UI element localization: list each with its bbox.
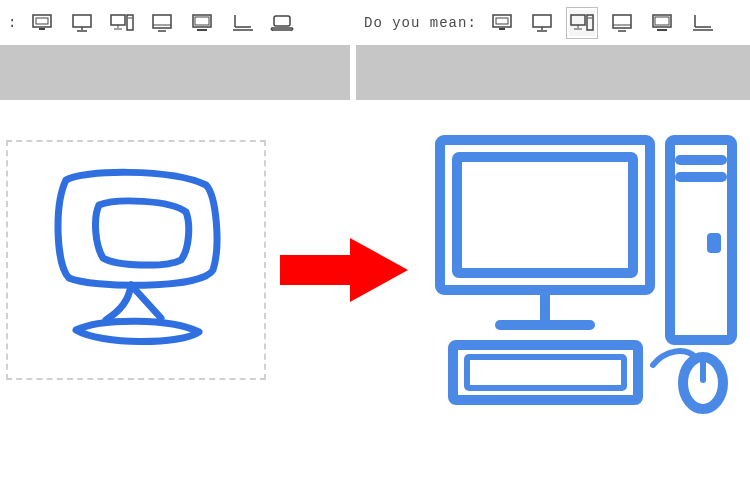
suggestion-icon-row-right bbox=[489, 10, 715, 36]
suggestion-icon-row-left bbox=[29, 10, 295, 36]
user-sketch-monitor-icon bbox=[21, 150, 251, 370]
svg-rect-2 bbox=[39, 28, 45, 30]
svg-rect-20 bbox=[274, 16, 290, 26]
prompt-label-right: Do you mean: bbox=[364, 15, 477, 31]
monitor-flat-icon[interactable] bbox=[529, 10, 555, 36]
svg-rect-15 bbox=[195, 17, 209, 25]
suggestion-toolbar-right: Do you mean: bbox=[356, 0, 750, 45]
monitor-flat-icon[interactable] bbox=[69, 10, 95, 36]
desktop-tower-icon[interactable] bbox=[569, 10, 595, 36]
monitor-crt-icon[interactable] bbox=[29, 10, 55, 36]
svg-rect-48 bbox=[670, 140, 732, 340]
monitor-outline-icon[interactable] bbox=[149, 10, 175, 36]
svg-marker-41 bbox=[280, 238, 408, 302]
toolbar-gray-strip-right bbox=[356, 45, 750, 100]
svg-rect-1 bbox=[36, 18, 48, 24]
monitor-classic-icon[interactable] bbox=[189, 10, 215, 36]
svg-rect-23 bbox=[499, 28, 505, 30]
monitor-classic-icon[interactable] bbox=[649, 10, 675, 36]
svg-rect-9 bbox=[127, 15, 133, 30]
laptop-half-icon[interactable] bbox=[689, 10, 715, 36]
svg-rect-32 bbox=[613, 15, 631, 28]
toolbar-gray-strip-left bbox=[0, 45, 350, 100]
laptop-half-icon[interactable] bbox=[229, 10, 255, 36]
svg-rect-43 bbox=[457, 157, 633, 273]
svg-rect-47 bbox=[467, 357, 624, 388]
svg-rect-24 bbox=[533, 15, 551, 27]
svg-rect-27 bbox=[571, 15, 585, 25]
transform-arrow-icon bbox=[280, 230, 410, 310]
monitor-outline-icon[interactable] bbox=[609, 10, 635, 36]
computer-desktop-icon bbox=[425, 125, 745, 425]
svg-rect-3 bbox=[73, 15, 91, 27]
svg-rect-6 bbox=[111, 15, 125, 25]
panel-left-results: : bbox=[0, 0, 350, 100]
prompt-label-left: : bbox=[8, 15, 17, 31]
monitor-crt-icon[interactable] bbox=[489, 10, 515, 36]
svg-rect-22 bbox=[496, 18, 508, 24]
suggestion-toolbar-left: : bbox=[0, 0, 350, 45]
svg-rect-42 bbox=[440, 140, 650, 290]
workspace bbox=[0, 100, 750, 500]
svg-rect-30 bbox=[587, 15, 593, 30]
svg-rect-46 bbox=[453, 345, 638, 400]
panel-right-results: Do you mean: bbox=[356, 0, 750, 100]
desktop-tower-icon[interactable] bbox=[109, 10, 135, 36]
svg-rect-36 bbox=[655, 17, 669, 25]
result-graphic bbox=[420, 120, 750, 430]
svg-rect-11 bbox=[153, 15, 171, 28]
svg-rect-51 bbox=[709, 235, 719, 251]
laptop-rounded-icon[interactable] bbox=[269, 10, 295, 36]
sketch-canvas[interactable] bbox=[6, 140, 266, 380]
